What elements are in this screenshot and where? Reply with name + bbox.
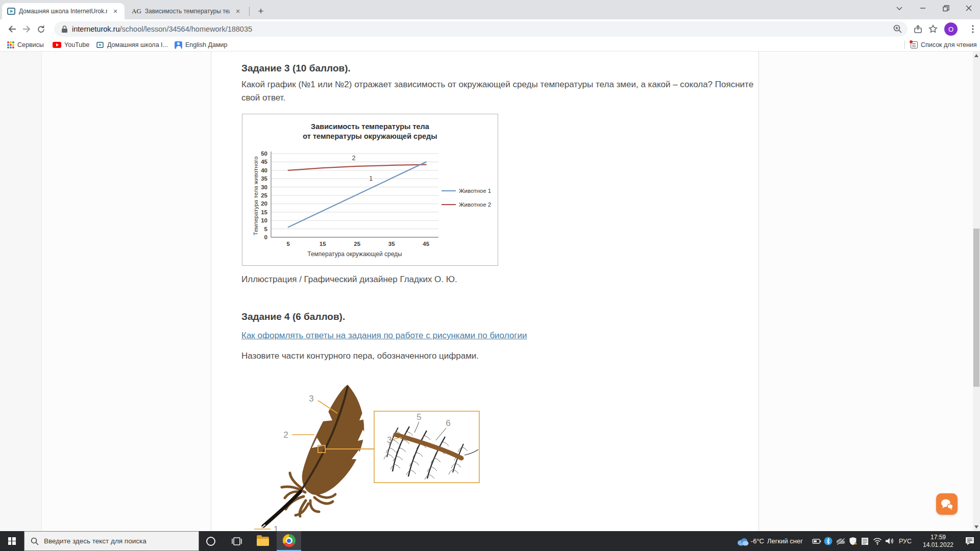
onedrive-icon[interactable] bbox=[835, 531, 847, 551]
chat-widget-button[interactable] bbox=[936, 493, 958, 515]
bookmark-label: Домашняя школа I... bbox=[107, 41, 168, 48]
chrome-icon bbox=[283, 534, 296, 547]
battery-icon[interactable] bbox=[810, 531, 822, 551]
tab-temperature[interactable]: AG Зависимость температуры тела ✕ bbox=[127, 3, 247, 19]
interneturok-play-logo-icon bbox=[96, 42, 104, 48]
feather-quill bbox=[263, 492, 300, 526]
chart-title: Зависимость температуры тела bbox=[311, 122, 430, 131]
tab-title: Домашняя школа InternetUrok.r bbox=[19, 8, 107, 15]
task4-question: Назовите части контурного пера, обозначе… bbox=[241, 349, 479, 363]
bookmark-youtube[interactable]: YouTube bbox=[53, 39, 89, 51]
feather-label-2: 2 bbox=[283, 430, 288, 440]
chrome-taskbar-button[interactable] bbox=[277, 531, 301, 551]
bookmark-homeschool[interactable]: Домашняя школа I... bbox=[96, 39, 168, 51]
clock-date: 14.01.2022 bbox=[917, 541, 960, 549]
page-content: Задание 3 (10 баллов). Какой график (№1 … bbox=[0, 52, 980, 531]
scrollbar-thumb[interactable] bbox=[973, 229, 979, 387]
taskbar-clock[interactable]: 17:59 14.01.2022 bbox=[917, 534, 960, 549]
lock-icon bbox=[61, 26, 68, 33]
chart-ylabel: Температура тела животного bbox=[253, 157, 259, 236]
zoom-page-icon[interactable] bbox=[893, 24, 902, 36]
windows-logo-icon bbox=[8, 537, 16, 545]
tab-title: Зависимость температуры тела bbox=[145, 8, 230, 15]
system-tray: -6°C Легкий снег bbox=[737, 531, 980, 551]
tab-close-icon[interactable]: ✕ bbox=[234, 7, 242, 15]
feather-illustration: 3 2 1 bbox=[245, 378, 500, 531]
bookmarks-divider bbox=[904, 41, 905, 49]
tab-search-chevron-icon[interactable] bbox=[888, 0, 911, 16]
ag-favicon-icon: AG bbox=[132, 7, 141, 15]
interneturok-favicon-icon bbox=[7, 8, 15, 15]
y-tick-label: 50 bbox=[261, 151, 267, 157]
wifi-icon[interactable] bbox=[871, 531, 884, 551]
task4-heading: Задание 4 (6 баллов). bbox=[241, 311, 345, 322]
inset-label-3: 3 bbox=[387, 435, 391, 445]
journal-icon[interactable] bbox=[859, 531, 871, 551]
weather-temp[interactable]: -6°C bbox=[751, 537, 764, 545]
apps-grid-icon bbox=[7, 41, 14, 48]
scroll-up-icon[interactable] bbox=[974, 54, 978, 57]
inset-label-6: 6 bbox=[446, 418, 450, 428]
task-view-button[interactable] bbox=[225, 531, 249, 551]
series-annotation: 2 bbox=[352, 155, 355, 162]
y-tick-label: 20 bbox=[261, 201, 267, 207]
x-tick-label: 25 bbox=[354, 241, 360, 247]
menu-kebab-icon[interactable] bbox=[965, 21, 980, 37]
clock-time: 17:59 bbox=[917, 534, 960, 541]
y-tick-label: 10 bbox=[261, 217, 267, 223]
bookmark-star-icon[interactable] bbox=[925, 21, 941, 37]
tab-interneturok[interactable]: Домашняя школа InternetUrok.r ✕ bbox=[2, 3, 125, 19]
volume-icon[interactable] bbox=[884, 531, 896, 551]
file-explorer-button[interactable] bbox=[251, 531, 275, 551]
bluetooth-icon[interactable] bbox=[822, 531, 835, 551]
bookmark-label: English Дамир bbox=[185, 41, 227, 48]
restore-button[interactable] bbox=[935, 0, 957, 16]
task4-help-link[interactable]: Как оформлять ответы на задания по работ… bbox=[241, 331, 527, 341]
share-icon[interactable] bbox=[910, 21, 926, 37]
security-shield-icon[interactable] bbox=[847, 531, 859, 551]
close-button[interactable] bbox=[958, 0, 980, 16]
series-line bbox=[288, 162, 426, 227]
legend-label: Животное 1 bbox=[459, 188, 491, 194]
chart-title: от температуры окружающей среды bbox=[303, 132, 437, 140]
address-bar[interactable]: interneturok.ru/school/lesson/34564/home… bbox=[54, 21, 908, 37]
weather-desc[interactable]: Легкий снег bbox=[767, 537, 803, 545]
action-center-icon[interactable] bbox=[960, 531, 980, 551]
y-tick-label: 0 bbox=[264, 234, 267, 240]
x-tick-label: 45 bbox=[423, 241, 429, 247]
page-left-gutter bbox=[0, 52, 42, 531]
x-tick-label: 5 bbox=[287, 241, 290, 247]
tab-close-icon[interactable]: ✕ bbox=[111, 7, 119, 15]
illustration-caption: Иллюстрация / Графический дизайнер Гладк… bbox=[241, 273, 457, 286]
cortana-button[interactable] bbox=[199, 531, 223, 551]
profile-avatar[interactable]: O bbox=[944, 22, 958, 36]
bookmark-services[interactable]: Сервисы bbox=[7, 39, 44, 51]
new-tab-button[interactable]: + bbox=[254, 5, 267, 18]
series-annotation: 1 bbox=[369, 175, 373, 182]
language-indicator[interactable]: РУС bbox=[899, 538, 912, 545]
x-tick-label: 15 bbox=[320, 241, 326, 247]
temperature-chart: 0510152025303540455051525354512Зависимос… bbox=[242, 114, 498, 265]
scroll-down-icon[interactable] bbox=[974, 525, 978, 529]
page-scrollbar[interactable] bbox=[973, 52, 980, 531]
task3-heading: Задание 3 (10 баллов). bbox=[241, 63, 351, 74]
feather-label-1: 1 bbox=[274, 524, 278, 531]
minimize-button[interactable] bbox=[912, 0, 934, 16]
y-tick-label: 40 bbox=[261, 167, 267, 173]
refresh-icon[interactable] bbox=[33, 21, 49, 37]
bookmark-english[interactable]: English Дамир bbox=[175, 39, 227, 51]
taskbar-search-input[interactable] bbox=[44, 537, 187, 545]
series-line bbox=[288, 165, 426, 170]
weather-cloud-icon[interactable] bbox=[737, 531, 749, 551]
bookmark-label: YouTube bbox=[64, 41, 89, 48]
file-explorer-icon bbox=[257, 537, 269, 546]
cortana-icon bbox=[206, 536, 216, 546]
taskbar-search[interactable] bbox=[24, 531, 199, 551]
url-text: interneturok.ru/school/lesson/34564/home… bbox=[72, 25, 252, 33]
person-icon bbox=[175, 41, 182, 49]
bookmarks-bar: Сервисы YouTube Домашняя школа I... Engl… bbox=[0, 39, 980, 52]
search-icon bbox=[31, 537, 39, 545]
feather-label-3: 3 bbox=[309, 394, 313, 404]
start-button[interactable] bbox=[0, 531, 23, 551]
reading-list-button[interactable]: Список для чтения bbox=[911, 39, 977, 51]
